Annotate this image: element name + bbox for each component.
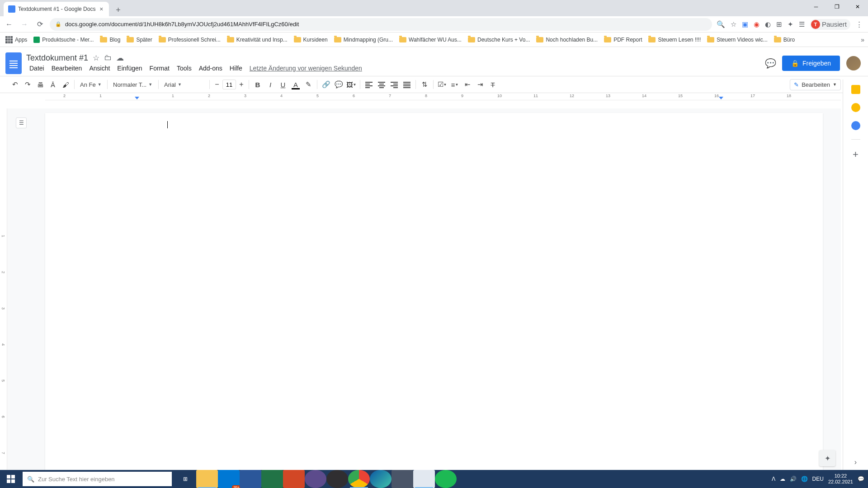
- taskbar-app-9[interactable]: [413, 470, 435, 488]
- menu-ansicht[interactable]: Ansicht: [86, 63, 113, 74]
- taskbar-mail[interactable]: 99+: [218, 470, 240, 488]
- browser-tab[interactable]: Textdokument #1 - Google Docs ×: [4, 2, 109, 16]
- minimize-button[interactable]: ─: [806, 0, 826, 14]
- bookmark-item[interactable]: PDF Report: [602, 36, 644, 44]
- decrease-indent-button[interactable]: ⇤: [462, 79, 473, 90]
- bookmarks-overflow-icon[interactable]: »: [861, 36, 864, 43]
- styles-select[interactable]: Normaler T...▼: [110, 81, 156, 88]
- bookmark-star-icon[interactable]: ☆: [731, 20, 736, 28]
- taskbar-excel[interactable]: [261, 470, 283, 488]
- document-title[interactable]: Textdokument #1: [26, 53, 88, 63]
- vertical-ruler[interactable]: 1 2 3 4 5 6 7: [0, 108, 7, 472]
- reload-button[interactable]: ⟳: [34, 19, 45, 30]
- spellcheck-button[interactable]: Ā: [47, 79, 59, 90]
- taskbar-edge[interactable]: [370, 470, 392, 488]
- account-avatar[interactable]: [846, 56, 861, 70]
- add-addon-button[interactable]: +: [853, 149, 859, 160]
- tray-network-icon[interactable]: 🌐: [801, 476, 808, 482]
- star-icon[interactable]: ☆: [93, 53, 99, 63]
- tasks-icon[interactable]: [851, 121, 860, 130]
- bookmark-item[interactable]: Später: [125, 36, 154, 44]
- tray-clock[interactable]: 10:22 22.02.2021: [828, 473, 853, 485]
- extension-1-icon[interactable]: ▣: [742, 20, 748, 28]
- bookmark-item[interactable]: Steuern Lesen !!!!: [646, 36, 703, 44]
- task-view-button[interactable]: ⊞: [175, 470, 196, 488]
- tray-notifications-icon[interactable]: 💬: [858, 476, 864, 482]
- bookmark-item[interactable]: Noch hochladen Bu...: [534, 36, 599, 44]
- keep-icon[interactable]: [851, 103, 860, 112]
- close-window-button[interactable]: ✕: [847, 0, 868, 14]
- editing-mode-select[interactable]: ✎ Bearbeiten ▼: [790, 79, 841, 90]
- taskbar-word[interactable]: [240, 470, 261, 488]
- align-left-button[interactable]: [363, 79, 375, 90]
- checklist-button[interactable]: ☑▼: [436, 79, 448, 90]
- profile-chip[interactable]: T Pausiert: [810, 19, 850, 30]
- explore-button[interactable]: ✦: [819, 450, 835, 466]
- right-indent-marker[interactable]: [719, 97, 723, 99]
- menu-addons[interactable]: Add-ons: [196, 63, 226, 74]
- back-button[interactable]: ←: [4, 19, 14, 30]
- redo-button[interactable]: ↷: [22, 79, 33, 90]
- insert-link-button[interactable]: 🔗: [320, 79, 332, 90]
- taskbar-search[interactable]: 🔍 Zur Suche Text hier eingeben: [23, 472, 172, 486]
- reading-list-icon[interactable]: ☰: [799, 20, 805, 28]
- zoom-select[interactable]: An Fe▼: [77, 81, 104, 88]
- taskbar-explorer[interactable]: [196, 470, 218, 488]
- chrome-menu-icon[interactable]: ⋮: [856, 20, 863, 28]
- document-page[interactable]: [45, 113, 823, 472]
- menu-tools[interactable]: Tools: [174, 63, 195, 74]
- taskbar-obs[interactable]: [326, 470, 348, 488]
- bookmark-item[interactable]: Büro: [772, 36, 797, 44]
- apps-button[interactable]: Apps: [4, 35, 29, 44]
- left-indent-marker[interactable]: [135, 97, 139, 99]
- comments-icon[interactable]: 💬: [765, 58, 776, 69]
- font-size-input[interactable]: [222, 80, 236, 89]
- increase-indent-button[interactable]: ⇥: [474, 79, 486, 90]
- cloud-saved-icon[interactable]: ☁: [116, 53, 124, 63]
- bookmark-item[interactable]: Steuern Videos wic...: [705, 36, 769, 44]
- forward-button[interactable]: →: [19, 19, 30, 30]
- font-select[interactable]: Arial▼: [161, 81, 207, 88]
- paint-format-button[interactable]: 🖌: [60, 79, 71, 90]
- horizontal-ruler[interactable]: 2 1 1 2 3 4 5 6 7 8 9 10 11 12 13 14 15 …: [45, 93, 841, 100]
- extensions-icon[interactable]: ✦: [788, 20, 793, 28]
- tray-volume-icon[interactable]: 🔊: [790, 476, 797, 482]
- text-color-button[interactable]: A: [290, 79, 302, 90]
- maximize-button[interactable]: ❐: [826, 0, 847, 14]
- taskbar-app-8[interactable]: [392, 470, 413, 488]
- print-button[interactable]: 🖶: [34, 79, 46, 90]
- taskbar-app-5[interactable]: [305, 470, 326, 488]
- share-button[interactable]: 🔒 Freigeben: [782, 56, 840, 71]
- new-tab-button[interactable]: +: [112, 4, 124, 16]
- italic-button[interactable]: I: [264, 79, 276, 90]
- close-tab-icon[interactable]: ×: [98, 6, 104, 12]
- address-bar[interactable]: 🔒 docs.google.com/document/d/1hUH8k6h7Lb…: [50, 18, 712, 31]
- highlight-button[interactable]: ✎: [302, 79, 314, 90]
- clear-formatting-button[interactable]: T: [487, 79, 499, 90]
- tray-overflow-icon[interactable]: ᐱ: [772, 476, 775, 482]
- bookmark-item[interactable]: Wahlfächer WU Aus...: [397, 36, 463, 44]
- bookmark-item[interactable]: Professionell Schrei...: [157, 36, 222, 44]
- bookmark-item[interactable]: Kursideen: [292, 36, 330, 44]
- taskbar-powerpoint[interactable]: [283, 470, 305, 488]
- menu-bearbeiten[interactable]: Bearbeiten: [48, 63, 85, 74]
- underline-button[interactable]: U: [277, 79, 289, 90]
- hide-side-panel-button[interactable]: ›: [854, 458, 857, 466]
- menu-einfuegen[interactable]: Einfügen: [114, 63, 145, 74]
- decrease-font-button[interactable]: −: [212, 80, 222, 89]
- document-outline-button[interactable]: ☰: [16, 117, 27, 128]
- docs-home-icon[interactable]: [5, 52, 22, 74]
- align-right-button[interactable]: [388, 79, 400, 90]
- extension-2-icon[interactable]: ◉: [754, 20, 760, 28]
- bulleted-list-button[interactable]: ≡▼: [449, 79, 461, 90]
- taskbar-chrome[interactable]: [348, 470, 370, 488]
- bookmark-item[interactable]: Blog: [98, 36, 122, 44]
- extension-4-icon[interactable]: ⊞: [776, 20, 782, 28]
- calendar-icon[interactable]: [851, 85, 860, 94]
- last-edit-link[interactable]: Letzte Änderung vor wenigen Sekunden: [246, 63, 365, 74]
- taskbar-spotify[interactable]: [435, 470, 457, 488]
- bookmark-item[interactable]: Kreativität und Insp...: [225, 36, 289, 44]
- insert-comment-button[interactable]: 💬: [333, 79, 344, 90]
- undo-button[interactable]: ↶: [9, 79, 21, 90]
- bold-button[interactable]: B: [252, 79, 264, 90]
